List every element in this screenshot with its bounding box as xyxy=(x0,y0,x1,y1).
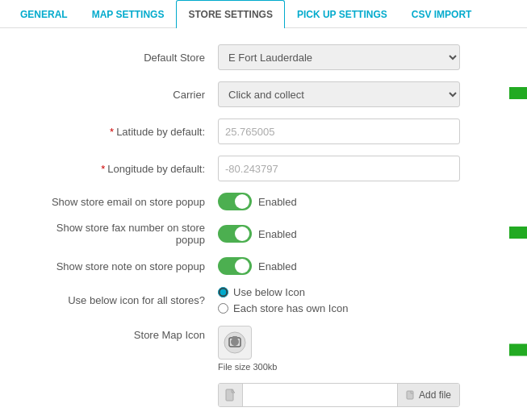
file-upload-row: Add file xyxy=(24,383,503,407)
show-email-label: Show store email on store popup xyxy=(24,196,218,208)
radio-use-below-label: Use below Icon xyxy=(233,286,305,298)
show-fax-toggle[interactable] xyxy=(218,225,252,243)
svg-marker-1 xyxy=(509,220,527,246)
store-map-icon-wrap: File size 300kb xyxy=(218,326,277,372)
svg-rect-5 xyxy=(232,336,237,339)
use-icon-row: Use below icon for all stores? Use below… xyxy=(24,286,503,314)
tab-pick-up-settings[interactable]: PICK UP SETTINGS xyxy=(285,0,399,28)
default-store-select[interactable]: E Fort Lauderdale Other Store xyxy=(218,44,460,70)
show-email-status: Enabled xyxy=(258,196,297,208)
use-icon-label: Use below icon for all stores? xyxy=(24,294,218,306)
radio-each-store[interactable]: Each store has own Icon xyxy=(218,302,348,314)
carrier-row: Carrier Click and collect Standard xyxy=(24,81,503,107)
nav-tabs: GENERAL MAP SETTINGS STORE SETTINGS PICK… xyxy=(0,0,527,28)
show-email-toggle-wrap: Enabled xyxy=(218,193,297,210)
tab-store-settings[interactable]: STORE SETTINGS xyxy=(176,0,284,28)
radio-each-store-label: Each store has own Icon xyxy=(233,302,348,314)
show-email-toggle[interactable] xyxy=(218,193,252,210)
file-icon xyxy=(219,384,243,406)
form-content: Default Store E Fort Lauderdale Other St… xyxy=(0,28,527,420)
tab-csv-import[interactable]: CSV IMPORT xyxy=(399,0,484,28)
use-icon-radio-group: Use below Icon Each store has own Icon xyxy=(218,286,348,314)
latitude-required: * xyxy=(110,126,114,138)
svg-marker-0 xyxy=(509,81,527,106)
radio-use-below-input[interactable] xyxy=(218,287,228,297)
add-file-label: Add file xyxy=(419,389,451,401)
longitude-input[interactable] xyxy=(218,156,460,181)
tab-general[interactable]: GENERAL xyxy=(8,0,80,28)
show-note-status: Enabled xyxy=(258,260,297,272)
show-note-toggle-wrap: Enabled xyxy=(218,257,297,275)
show-fax-status: Enabled xyxy=(258,228,297,240)
store-map-icon-preview xyxy=(218,326,252,360)
longitude-label: *Longitude by default: xyxy=(24,163,218,175)
svg-rect-8 xyxy=(407,391,413,399)
svg-point-3 xyxy=(231,338,239,346)
carrier-label: Carrier xyxy=(24,89,218,101)
default-store-row: Default Store E Fort Lauderdale Other St… xyxy=(24,44,503,70)
file-input-row[interactable]: Add file xyxy=(218,383,460,407)
add-file-icon xyxy=(406,390,416,400)
longitude-required: * xyxy=(101,163,105,175)
show-note-row: Show store note on store popup Enabled xyxy=(24,257,503,275)
radio-use-below[interactable]: Use below Icon xyxy=(218,286,348,298)
fax-arrow xyxy=(509,217,527,252)
add-file-button[interactable]: Add file xyxy=(397,384,459,406)
tab-map-settings[interactable]: MAP SETTINGS xyxy=(80,0,177,28)
store-map-icon-label: Store Map Icon xyxy=(24,326,218,341)
longitude-row: *Longitude by default: xyxy=(24,156,503,181)
latitude-row: *Latitude by default: xyxy=(24,119,503,144)
svg-rect-7 xyxy=(226,389,233,401)
carrier-select[interactable]: Click and collect Standard xyxy=(218,81,460,107)
svg-marker-6 xyxy=(509,337,527,363)
icon-arrow xyxy=(509,334,527,368)
latitude-input[interactable] xyxy=(218,119,460,144)
show-email-row: Show store email on store popup Enabled xyxy=(24,193,503,210)
carrier-arrow xyxy=(509,77,527,112)
show-note-label: Show store note on store popup xyxy=(24,260,218,272)
latitude-label: *Latitude by default: xyxy=(24,126,218,138)
file-size-label: File size 300kb xyxy=(218,362,277,372)
default-store-label: Default Store xyxy=(24,52,218,64)
store-map-icon-row: Store Map Icon File size 300kb xyxy=(24,326,503,372)
radio-each-store-input[interactable] xyxy=(218,303,228,314)
show-fax-row: Show store fax number on store popup Ena… xyxy=(24,222,503,246)
show-note-toggle[interactable] xyxy=(218,257,252,275)
show-fax-label: Show store fax number on store popup xyxy=(24,222,218,246)
show-fax-toggle-wrap: Enabled xyxy=(218,225,297,243)
